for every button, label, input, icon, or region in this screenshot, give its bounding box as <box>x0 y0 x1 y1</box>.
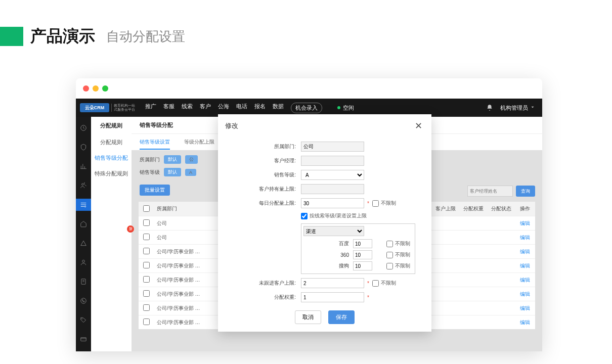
row-checkbox[interactable] <box>143 304 150 311</box>
nav-item[interactable]: 客户 <box>200 103 211 113</box>
channel-unlimited[interactable]: 不限制 <box>386 251 410 258</box>
rail-settings-icon[interactable] <box>76 199 91 211</box>
filter-dept-default[interactable]: 默认 <box>164 155 181 164</box>
rail-triangle-icon[interactable] <box>76 237 91 249</box>
subtab-limit[interactable]: 等级分配上限 <box>184 139 214 146</box>
rail-person-icon[interactable] <box>76 256 91 268</box>
status-dot-icon <box>337 106 340 109</box>
input-unfollow[interactable] <box>301 278 364 288</box>
row-checkbox[interactable] <box>143 219 150 226</box>
subtab-level-setting[interactable]: 销售等级设置 <box>140 139 170 150</box>
nav-item[interactable]: 报名 <box>254 103 266 113</box>
user-dropdown[interactable]: 机构管理员 <box>500 104 535 112</box>
edit-link[interactable]: 编辑 <box>515 277 535 284</box>
channel-limit-input[interactable] <box>353 250 372 259</box>
edit-link[interactable]: 编辑 <box>515 291 535 298</box>
row-checkbox[interactable] <box>143 262 150 268</box>
page-title: 产品演示 <box>30 25 95 48</box>
modal-body: 所属部门: 客户经理: 销售等级: A 客户持有量上限: 每日分配量上限: * … <box>218 138 431 304</box>
logo-icon: 云朵CRM <box>80 103 109 112</box>
nav-item[interactable]: 推广 <box>145 103 156 113</box>
channel-name: 百度 <box>319 240 349 247</box>
chk-by-channel[interactable]: 按线索等级/渠道设置上限 <box>301 212 367 219</box>
select-channel-type[interactable]: 渠道 <box>303 226 364 236</box>
status-indicator: 空闲 <box>337 104 354 112</box>
row-checkbox[interactable] <box>143 318 150 325</box>
label-dept: 所属部门: <box>225 143 301 150</box>
edit-link[interactable]: 编辑 <box>515 262 535 269</box>
search-manager-input[interactable] <box>467 186 513 197</box>
page-header: 产品演示 自动分配设置 <box>0 0 612 63</box>
bell-icon[interactable] <box>486 104 493 111</box>
select-level[interactable]: A <box>301 170 364 180</box>
filter-level-label: 销售等级 <box>140 169 160 176</box>
row-checkbox[interactable] <box>143 248 150 254</box>
user-name: 机构管理员 <box>500 104 528 112</box>
sidebar: 分配规则 分配规则 销售等级分配 特殊分配规则 <box>91 117 132 351</box>
search-area: 查询 <box>467 186 535 197</box>
select-all-checkbox[interactable] <box>143 205 150 212</box>
row-checkbox[interactable] <box>143 290 150 297</box>
edit-link[interactable]: 编辑 <box>515 220 535 227</box>
col-op: 操作 <box>515 205 535 212</box>
label-daily-limit: 每日分配量上限: <box>225 200 301 207</box>
close-dot[interactable] <box>83 85 89 92</box>
edit-link[interactable]: 编辑 <box>515 234 535 241</box>
filter-dept-company[interactable]: 公 <box>185 155 198 164</box>
cell-dept: 公司 <box>154 234 204 241</box>
input-manager <box>301 156 364 166</box>
edit-link[interactable]: 编辑 <box>515 248 535 255</box>
cell-dept: 公司/学历事业部 - <box>154 277 204 284</box>
rail-doc-icon[interactable] <box>76 276 91 288</box>
rail-tag-icon[interactable] <box>76 314 91 326</box>
nav-item[interactable]: 公海 <box>218 103 229 113</box>
rail-phone-icon[interactable] <box>76 295 91 307</box>
search-button[interactable]: 查询 <box>516 186 535 197</box>
channel-unlimited[interactable]: 不限制 <box>386 262 410 269</box>
rail-dashboard-icon[interactable] <box>76 122 91 134</box>
notification-badge[interactable]: 新 <box>127 225 134 233</box>
chk-unfollow-unlimited[interactable]: 不限制 <box>372 280 396 287</box>
sidebar-item-level[interactable]: 销售等级分配 <box>91 150 132 166</box>
label-manager: 客户经理: <box>225 157 301 164</box>
row-checkbox[interactable] <box>143 276 150 283</box>
rail-card-icon[interactable] <box>76 333 91 345</box>
rail-chart-icon[interactable] <box>76 160 91 172</box>
sidebar-item-rules[interactable]: 分配规则 <box>91 134 132 150</box>
channel-box: 渠道 百度 不限制 360 不限制 搜狗 不限制 <box>301 223 415 274</box>
save-button[interactable]: 保存 <box>328 310 355 324</box>
edit-modal: 修改 ✕ 所属部门: 客户经理: 销售等级: A 客户持有量上限: 每日分配量上… <box>218 114 431 332</box>
channel-unlimited[interactable]: 不限制 <box>386 240 410 247</box>
filter-level-default[interactable]: 默认 <box>164 168 181 176</box>
minimize-dot[interactable] <box>93 85 99 92</box>
close-icon[interactable]: ✕ <box>413 119 424 132</box>
nav-pill-entry[interactable]: 机会录入 <box>291 103 322 113</box>
rail-shield-icon[interactable] <box>76 141 91 153</box>
filter-dept-label: 所属部门 <box>140 156 160 163</box>
modal-header: 修改 ✕ <box>218 114 431 138</box>
rail-users-icon[interactable] <box>76 179 91 192</box>
edit-link[interactable]: 编辑 <box>515 305 535 312</box>
cancel-button[interactable]: 取消 <box>295 310 321 324</box>
chk-daily-unlimited[interactable]: 不限制 <box>372 200 396 207</box>
edit-link[interactable]: 编辑 <box>515 319 535 326</box>
nav-items: 推广 客服 线索 客户 公海 电话 报名 数据 机会录入 <box>145 103 322 113</box>
rail-home-icon[interactable] <box>76 218 91 230</box>
nav-item[interactable]: 数据 <box>273 103 284 113</box>
channel-limit-input[interactable] <box>353 261 372 270</box>
logo[interactable]: 云朵CRM 教育机构一站 式服务云平台 <box>76 103 139 112</box>
zoom-dot[interactable] <box>102 85 108 92</box>
sidebar-item-special[interactable]: 特殊分配规则 <box>91 166 132 181</box>
input-daily-limit[interactable] <box>301 198 364 208</box>
batch-set-button[interactable]: 批量设置 <box>140 185 170 196</box>
nav-item[interactable]: 电话 <box>236 103 247 113</box>
input-weight[interactable] <box>301 292 364 302</box>
row-checkbox[interactable] <box>143 234 150 240</box>
modal-footer: 取消 保存 <box>218 304 431 330</box>
channel-limit-input[interactable] <box>353 239 372 248</box>
filter-level-a[interactable]: A <box>185 169 196 176</box>
col-limit: 客户上限 <box>431 205 459 212</box>
nav-item[interactable]: 线索 <box>182 103 193 113</box>
nav-item[interactable]: 客服 <box>163 103 174 113</box>
svg-point-5 <box>81 298 86 304</box>
